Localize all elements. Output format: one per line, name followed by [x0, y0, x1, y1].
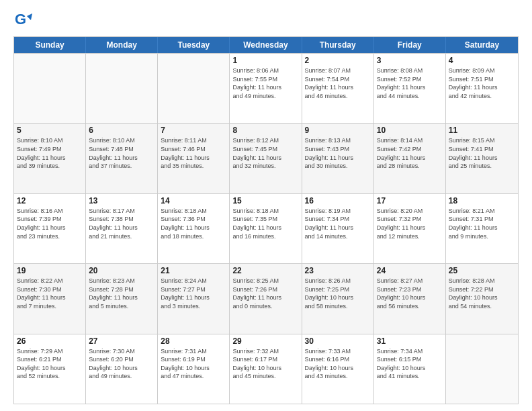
- calendar-day: 1Sunrise: 8:06 AM Sunset: 7:55 PM Daylig…: [230, 54, 302, 123]
- weekday-header: Friday: [374, 37, 446, 53]
- weekday-header: Saturday: [446, 37, 518, 53]
- calendar-day: 23Sunrise: 8:26 AM Sunset: 7:25 PM Dayli…: [302, 264, 374, 333]
- day-info: Sunrise: 8:10 AM Sunset: 7:49 PM Dayligh…: [17, 136, 83, 170]
- day-info: Sunrise: 7:30 AM Sunset: 6:20 PM Dayligh…: [89, 347, 154, 381]
- day-number: 26: [17, 336, 83, 346]
- day-info: Sunrise: 8:13 AM Sunset: 7:43 PM Dayligh…: [305, 136, 371, 170]
- weekday-header: Sunday: [14, 37, 86, 53]
- calendar-day: 24Sunrise: 8:27 AM Sunset: 7:23 PM Dayli…: [374, 264, 446, 333]
- calendar-day: 17Sunrise: 8:20 AM Sunset: 7:32 PM Dayli…: [374, 194, 446, 263]
- day-info: Sunrise: 8:15 AM Sunset: 7:41 PM Dayligh…: [449, 136, 515, 170]
- day-info: Sunrise: 7:34 AM Sunset: 6:15 PM Dayligh…: [377, 347, 443, 381]
- day-info: Sunrise: 8:23 AM Sunset: 7:28 PM Dayligh…: [89, 277, 154, 310]
- day-number: 29: [232, 336, 298, 346]
- calendar: SundayMondayTuesdayWednesdayThursdayFrid…: [13, 36, 519, 404]
- weekday-header: Tuesday: [158, 37, 230, 53]
- day-number: 28: [161, 336, 226, 346]
- calendar-day: 7Sunrise: 8:11 AM Sunset: 7:46 PM Daylig…: [158, 124, 230, 193]
- calendar-body: 1Sunrise: 8:06 AM Sunset: 7:55 PM Daylig…: [14, 53, 518, 404]
- calendar-day: 21Sunrise: 8:24 AM Sunset: 7:27 PM Dayli…: [158, 264, 230, 333]
- empty-day: [158, 54, 230, 123]
- day-info: Sunrise: 8:11 AM Sunset: 7:46 PM Dayligh…: [161, 136, 226, 170]
- calendar-day: 8Sunrise: 8:12 AM Sunset: 7:45 PM Daylig…: [230, 124, 302, 193]
- day-number: 7: [161, 126, 226, 135]
- logo: G: [13, 11, 35, 30]
- svg-marker-1: [27, 13, 32, 20]
- day-number: 5: [17, 126, 83, 135]
- day-info: Sunrise: 8:17 AM Sunset: 7:38 PM Dayligh…: [89, 207, 154, 240]
- day-info: Sunrise: 8:27 AM Sunset: 7:23 PM Dayligh…: [377, 277, 443, 310]
- calendar-day: 20Sunrise: 8:23 AM Sunset: 7:28 PM Dayli…: [86, 264, 158, 333]
- calendar-day: 2Sunrise: 8:07 AM Sunset: 7:54 PM Daylig…: [302, 54, 374, 123]
- calendar-day: 5Sunrise: 8:10 AM Sunset: 7:49 PM Daylig…: [14, 124, 86, 193]
- calendar-day: 9Sunrise: 8:13 AM Sunset: 7:43 PM Daylig…: [302, 124, 374, 193]
- day-info: Sunrise: 7:32 AM Sunset: 6:17 PM Dayligh…: [232, 347, 298, 381]
- day-info: Sunrise: 8:18 AM Sunset: 7:35 PM Dayligh…: [232, 207, 298, 240]
- calendar-day: 4Sunrise: 8:09 AM Sunset: 7:51 PM Daylig…: [446, 54, 518, 123]
- day-info: Sunrise: 8:25 AM Sunset: 7:26 PM Dayligh…: [232, 277, 298, 310]
- day-number: 8: [232, 126, 298, 135]
- day-info: Sunrise: 7:31 AM Sunset: 6:19 PM Dayligh…: [161, 347, 226, 381]
- calendar-day: 11Sunrise: 8:15 AM Sunset: 7:41 PM Dayli…: [446, 124, 518, 193]
- calendar-day: 29Sunrise: 7:32 AM Sunset: 6:17 PM Dayli…: [230, 334, 302, 404]
- day-number: 1: [232, 56, 298, 65]
- day-info: Sunrise: 8:14 AM Sunset: 7:42 PM Dayligh…: [377, 136, 443, 170]
- day-info: Sunrise: 8:07 AM Sunset: 7:54 PM Dayligh…: [305, 66, 371, 100]
- day-number: 12: [17, 196, 83, 205]
- empty-day: [446, 334, 518, 404]
- calendar-week-row: 12Sunrise: 8:16 AM Sunset: 7:39 PM Dayli…: [14, 193, 518, 263]
- calendar-week-row: 26Sunrise: 7:29 AM Sunset: 6:21 PM Dayli…: [14, 334, 518, 404]
- calendar-day: 30Sunrise: 7:33 AM Sunset: 6:16 PM Dayli…: [302, 334, 374, 404]
- day-info: Sunrise: 8:19 AM Sunset: 7:34 PM Dayligh…: [305, 207, 371, 240]
- day-info: Sunrise: 8:09 AM Sunset: 7:51 PM Dayligh…: [449, 66, 515, 100]
- calendar-day: 25Sunrise: 8:28 AM Sunset: 7:22 PM Dayli…: [446, 264, 518, 333]
- day-number: 6: [89, 126, 154, 135]
- calendar-day: 13Sunrise: 8:17 AM Sunset: 7:38 PM Dayli…: [86, 194, 158, 263]
- calendar-day: 18Sunrise: 8:21 AM Sunset: 7:31 PM Dayli…: [446, 194, 518, 263]
- day-info: Sunrise: 8:26 AM Sunset: 7:25 PM Dayligh…: [305, 277, 371, 310]
- calendar-day: 22Sunrise: 8:25 AM Sunset: 7:26 PM Dayli…: [230, 264, 302, 333]
- day-info: Sunrise: 8:10 AM Sunset: 7:48 PM Dayligh…: [89, 136, 154, 170]
- day-number: 11: [449, 126, 515, 135]
- empty-day: [86, 54, 158, 123]
- day-info: Sunrise: 8:06 AM Sunset: 7:55 PM Dayligh…: [232, 66, 298, 100]
- day-number: 9: [305, 126, 371, 135]
- calendar-day: 6Sunrise: 8:10 AM Sunset: 7:48 PM Daylig…: [86, 124, 158, 193]
- calendar-day: 26Sunrise: 7:29 AM Sunset: 6:21 PM Dayli…: [14, 334, 86, 404]
- calendar-day: 14Sunrise: 8:18 AM Sunset: 7:36 PM Dayli…: [158, 194, 230, 263]
- calendar-week-row: 19Sunrise: 8:22 AM Sunset: 7:30 PM Dayli…: [14, 263, 518, 333]
- day-number: 15: [232, 196, 298, 205]
- calendar-day: 3Sunrise: 8:08 AM Sunset: 7:52 PM Daylig…: [374, 54, 446, 123]
- day-info: Sunrise: 8:18 AM Sunset: 7:36 PM Dayligh…: [161, 207, 226, 240]
- day-info: Sunrise: 7:33 AM Sunset: 6:16 PM Dayligh…: [305, 347, 371, 381]
- weekday-header: Monday: [86, 37, 158, 53]
- calendar-week-row: 5Sunrise: 8:10 AM Sunset: 7:49 PM Daylig…: [14, 123, 518, 193]
- day-info: Sunrise: 8:24 AM Sunset: 7:27 PM Dayligh…: [161, 277, 226, 310]
- day-info: Sunrise: 8:21 AM Sunset: 7:31 PM Dayligh…: [449, 207, 515, 240]
- calendar-day: 16Sunrise: 8:19 AM Sunset: 7:34 PM Dayli…: [302, 194, 374, 263]
- day-number: 14: [161, 196, 226, 205]
- calendar-day: 19Sunrise: 8:22 AM Sunset: 7:30 PM Dayli…: [14, 264, 86, 333]
- weekday-header: Wednesday: [230, 37, 302, 53]
- day-info: Sunrise: 7:29 AM Sunset: 6:21 PM Dayligh…: [17, 347, 83, 381]
- day-number: 10: [377, 126, 443, 135]
- day-info: Sunrise: 8:28 AM Sunset: 7:22 PM Dayligh…: [449, 277, 515, 310]
- calendar-day: 10Sunrise: 8:14 AM Sunset: 7:42 PM Dayli…: [374, 124, 446, 193]
- day-number: 25: [449, 266, 515, 275]
- day-number: 30: [305, 336, 371, 346]
- day-number: 13: [89, 196, 154, 205]
- header: G: [13, 11, 519, 30]
- day-info: Sunrise: 8:12 AM Sunset: 7:45 PM Dayligh…: [232, 136, 298, 170]
- day-number: 16: [305, 196, 371, 205]
- empty-day: [14, 54, 86, 123]
- day-number: 22: [232, 266, 298, 275]
- calendar-day: 31Sunrise: 7:34 AM Sunset: 6:15 PM Dayli…: [374, 334, 446, 404]
- day-info: Sunrise: 8:22 AM Sunset: 7:30 PM Dayligh…: [17, 277, 83, 310]
- day-number: 18: [449, 196, 515, 205]
- day-number: 19: [17, 266, 83, 275]
- day-number: 2: [305, 56, 371, 65]
- day-number: 23: [305, 266, 371, 275]
- day-number: 21: [161, 266, 226, 275]
- calendar-day: 27Sunrise: 7:30 AM Sunset: 6:20 PM Dayli…: [86, 334, 158, 404]
- day-info: Sunrise: 8:20 AM Sunset: 7:32 PM Dayligh…: [377, 207, 443, 240]
